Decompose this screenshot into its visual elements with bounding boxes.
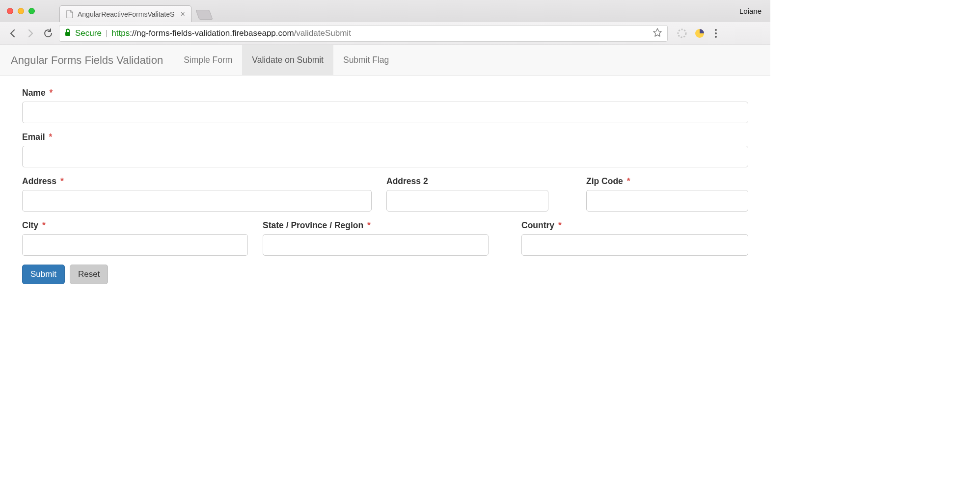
submit-button[interactable]: Submit xyxy=(22,265,65,284)
country-label: Country * xyxy=(521,220,748,231)
lock-icon xyxy=(64,28,71,38)
app-navbar: Angular Forms Fields Validation Simple F… xyxy=(0,45,770,76)
form-container: Name * Email * Address * Address 2 Zip C… xyxy=(0,76,770,296)
secure-label: Secure xyxy=(75,28,102,38)
state-label: State / Province / Region * xyxy=(263,220,489,231)
required-mark: * xyxy=(42,220,46,230)
profile-name[interactable]: Loiane xyxy=(739,7,770,15)
email-label: Email * xyxy=(22,132,748,142)
nav-link-validate-on-submit[interactable]: Validate on Submit xyxy=(242,45,333,75)
form-group-address: Address * xyxy=(22,176,372,212)
required-mark: * xyxy=(49,132,53,142)
address2-input[interactable] xyxy=(386,190,548,212)
url-separator: | xyxy=(106,28,108,38)
reload-button[interactable] xyxy=(41,27,55,40)
url-text: https://ng-forms-fields-validation.fireb… xyxy=(111,28,649,38)
page-icon xyxy=(66,10,74,18)
country-input[interactable] xyxy=(521,234,748,256)
browser-chrome: AngularReactiveFormsValitateS × Loiane S… xyxy=(0,0,770,45)
form-group-city: City * xyxy=(22,220,248,256)
browser-titlebar: AngularReactiveFormsValitateS × Loiane xyxy=(0,0,770,22)
button-row: Submit Reset xyxy=(22,265,748,284)
svg-rect-0 xyxy=(65,32,70,36)
extension-icon-2[interactable] xyxy=(694,28,705,39)
form-group-name: Name * xyxy=(22,88,748,123)
tab-close-button[interactable]: × xyxy=(180,10,185,19)
form-group-email: Email * xyxy=(22,132,748,167)
form-group-country: Country * xyxy=(521,220,748,256)
svg-point-1 xyxy=(678,29,686,37)
name-input[interactable] xyxy=(22,102,748,123)
window-minimize-button[interactable] xyxy=(18,8,24,14)
city-input[interactable] xyxy=(22,234,248,256)
name-label: Name * xyxy=(22,88,748,98)
browser-menu-button[interactable] xyxy=(712,27,720,40)
required-mark: * xyxy=(367,220,371,230)
forward-button[interactable] xyxy=(24,27,37,40)
zip-label: Zip Code * xyxy=(586,176,748,187)
bookmark-star-icon[interactable] xyxy=(653,27,662,39)
tab-title: AngularReactiveFormsValitateS xyxy=(78,10,174,18)
form-group-address2: Address 2 xyxy=(386,176,548,212)
extension-icon-1[interactable] xyxy=(677,28,687,39)
window-close-button[interactable] xyxy=(7,8,13,14)
back-button[interactable] xyxy=(6,27,20,40)
nav-link-submit-flag[interactable]: Submit Flag xyxy=(333,45,399,75)
window-controls xyxy=(0,8,42,14)
state-input[interactable] xyxy=(263,234,489,256)
city-label: City * xyxy=(22,220,248,231)
required-mark: * xyxy=(60,176,64,186)
zip-input[interactable] xyxy=(586,190,748,212)
form-group-state: State / Province / Region * xyxy=(263,220,489,256)
address-label: Address * xyxy=(22,176,372,187)
nav-link-simple-form[interactable]: Simple Form xyxy=(174,45,242,75)
browser-tab[interactable]: AngularReactiveFormsValitateS × xyxy=(59,5,191,22)
toolbar-extensions xyxy=(677,27,720,40)
navbar-brand[interactable]: Angular Forms Fields Validation xyxy=(0,45,174,75)
browser-toolbar: Secure | https://ng-forms-fields-validat… xyxy=(0,22,770,45)
address2-label: Address 2 xyxy=(386,176,548,187)
form-group-zip: Zip Code * xyxy=(586,176,748,212)
address-input[interactable] xyxy=(22,190,372,212)
required-mark: * xyxy=(50,88,53,98)
required-mark: * xyxy=(627,176,630,186)
email-input[interactable] xyxy=(22,146,748,167)
address-bar[interactable]: Secure | https://ng-forms-fields-validat… xyxy=(59,25,668,42)
new-tab-button[interactable] xyxy=(195,10,213,20)
window-maximize-button[interactable] xyxy=(28,8,35,14)
required-mark: * xyxy=(558,220,562,230)
reset-button[interactable]: Reset xyxy=(70,265,108,284)
